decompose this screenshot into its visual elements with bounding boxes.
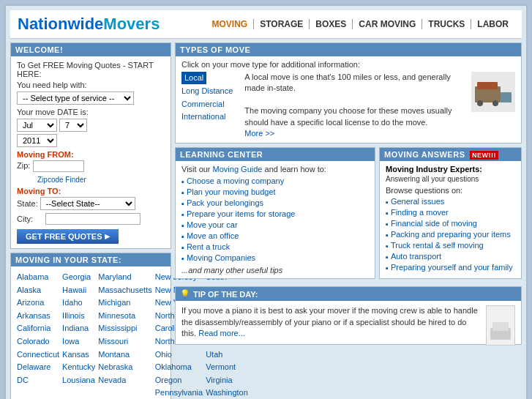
svg-point-3	[477, 100, 483, 106]
state-column-1: GeorgiaHawaiiIdahoIllinoisIndianaIowaKan…	[62, 271, 95, 399]
state-link[interactable]: Michigan	[98, 297, 151, 310]
learning-footer: ...and many other useful tips	[181, 266, 369, 275]
tip-box: 💡 TIP OF THE DAY: If you move a piano it…	[175, 286, 522, 344]
nav-item-trucks[interactable]: TRUCKS	[422, 19, 471, 29]
state-link[interactable]: California	[17, 322, 59, 335]
nav-item-boxes[interactable]: BOXES	[310, 19, 353, 29]
learning-intro: Visit our Moving Guide and learn how to:	[181, 165, 369, 174]
state-select[interactable]: --Select State--	[40, 197, 135, 210]
state-link[interactable]: Arizona	[17, 297, 59, 310]
state-link[interactable]: Kansas	[62, 348, 95, 362]
city-label: City:	[17, 215, 33, 223]
types-desc: Click on your move type for additional i…	[181, 60, 515, 69]
state-link[interactable]: Missouri	[98, 335, 151, 348]
left-column: WELCOME! To Get FREE Moving Quotes - STA…	[10, 42, 171, 399]
learning-item[interactable]: Moving Companies	[181, 253, 369, 263]
welcome-content: To Get FREE Moving Quotes - START HERE: …	[11, 56, 171, 248]
state-link[interactable]: Illinois	[62, 310, 95, 323]
answers-content: Moving Industry Experts: Answering all y…	[380, 161, 521, 277]
move-type-desc-text: A local move is one that's 100 miles or …	[244, 72, 452, 127]
get-quotes-button[interactable]: GET FREE QUOTES	[17, 229, 119, 244]
state-label: State:	[17, 199, 40, 208]
tip-header: 💡 TIP OF THE DAY:	[176, 287, 521, 301]
answers-header-text: MOVING ANSWERS	[384, 150, 465, 159]
zip-row: Zip:	[17, 160, 165, 172]
move-type-commercial[interactable]: Commercial	[181, 99, 233, 110]
move-type-long-distance[interactable]: Long Distance	[181, 86, 233, 97]
state-link[interactable]: Kentucky	[62, 361, 95, 374]
help-label: You need help with:	[17, 81, 165, 89]
state-link[interactable]: Iowa	[62, 335, 95, 348]
state-link[interactable]: DC	[17, 374, 59, 387]
learning-item[interactable]: Move an office	[181, 231, 369, 241]
answers-header: MOVING ANSWERS NEW!!!	[380, 148, 521, 161]
learning-item[interactable]: Move your car	[181, 220, 369, 230]
read-more-link[interactable]: Read more...	[198, 329, 245, 338]
nav-item-car-moving[interactable]: CAR MOVING	[353, 19, 422, 29]
right-column: TYPES OF MOVE Click on your move type fo…	[175, 42, 522, 399]
welcome-header: WELCOME!	[11, 43, 171, 56]
month-select[interactable]: Jul	[17, 119, 57, 132]
state-link[interactable]: Connecticut	[17, 348, 59, 362]
logo-part2: Movers	[103, 15, 160, 33]
state-link[interactable]: Minnesota	[98, 310, 151, 323]
state-link[interactable]: Idaho	[62, 297, 95, 310]
answers-list: General issuesFinding a moverFinancial s…	[386, 197, 515, 272]
more-link[interactable]: More >>	[244, 129, 274, 138]
tip-image	[486, 305, 515, 346]
moving-guide-link[interactable]: Moving Guide	[213, 165, 263, 174]
move-type-local[interactable]: Local	[181, 72, 206, 84]
state-column-2: MarylandMassachusettsMichiganMinnesotaMi…	[98, 271, 151, 399]
state-box: MOVING IN YOUR STATE: AlabamaAlaskaArizo…	[10, 253, 171, 399]
state-link[interactable]: Arkansas	[17, 310, 59, 323]
state-link[interactable]: Lousiana	[62, 374, 95, 387]
learning-intro-text2: and learn how to:	[262, 165, 326, 174]
learning-item[interactable]: Rent a truck	[181, 242, 369, 252]
learning-list: Choose a moving companyPlan your moving …	[181, 176, 369, 263]
city-input[interactable]	[45, 213, 141, 225]
state-link[interactable]: Georgia	[62, 271, 95, 284]
state-link[interactable]: Massachusetts	[98, 284, 151, 297]
answer-item[interactable]: Finding a mover	[386, 208, 515, 217]
answer-item[interactable]: Preparing yourself and your family	[386, 263, 515, 272]
answer-item[interactable]: Auto transport	[386, 252, 515, 261]
nav-item-labor[interactable]: LABOR	[471, 19, 514, 29]
answer-item[interactable]: General issues	[386, 197, 515, 206]
state-link[interactable]: Nevada	[98, 374, 151, 387]
move-type-international[interactable]: International	[181, 111, 233, 122]
zipcode-finder-link[interactable]: Zipcode Finder	[37, 176, 86, 184]
answer-item[interactable]: Truck rental & self moving	[386, 241, 515, 250]
state-link[interactable]: Maryland	[98, 271, 151, 284]
service-select[interactable]: -- Select type of service --	[17, 92, 134, 105]
answers-browse: Browse questions on:	[386, 186, 515, 195]
learning-item[interactable]: Pack your belongings	[181, 198, 369, 208]
tip-content: If you move a piano it is best to ask yo…	[176, 301, 521, 343]
learning-intro-text: Visit our	[181, 165, 213, 174]
state-header: MOVING IN YOUR STATE:	[11, 253, 171, 266]
zip-input[interactable]	[33, 160, 84, 172]
from-label: Moving FROM:	[17, 150, 165, 159]
header: NationwideMovers MOVINGSTORAGEBOXESCAR M…	[10, 10, 522, 39]
state-link[interactable]: Nebraska	[98, 361, 151, 374]
answer-item[interactable]: Packing and preparing your items	[386, 230, 515, 239]
types-header: TYPES OF MOVE	[176, 43, 521, 56]
answer-item[interactable]: Financial side of moving	[386, 219, 515, 228]
nav-item-moving[interactable]: MOVING	[206, 19, 255, 29]
svg-rect-2	[477, 82, 498, 89]
state-link[interactable]: Alaska	[17, 284, 59, 297]
state-link[interactable]: Colorado	[17, 335, 59, 348]
year-select[interactable]: 2011	[17, 134, 57, 147]
state-link[interactable]: Hawaii	[62, 284, 95, 297]
welcome-intro: To Get FREE Moving Quotes - START HERE:	[17, 61, 165, 78]
learning-item[interactable]: Choose a moving company	[181, 176, 369, 186]
day-select[interactable]: 7	[59, 119, 87, 132]
date-label: Your move DATE is:	[17, 108, 165, 116]
state-link[interactable]: Alabama	[17, 271, 59, 284]
state-link[interactable]: Montana	[98, 348, 151, 362]
state-link[interactable]: Mississippi	[98, 322, 151, 335]
nav-item-storage[interactable]: STORAGE	[254, 19, 310, 29]
state-link[interactable]: Indiana	[62, 322, 95, 335]
learning-item[interactable]: Plan your moving budget	[181, 187, 369, 197]
learning-item[interactable]: Prepare your items for storage	[181, 209, 369, 219]
state-link[interactable]: Delaware	[17, 361, 59, 374]
